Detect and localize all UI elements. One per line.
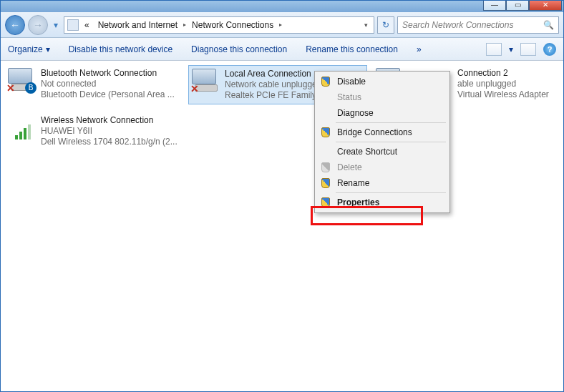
search-input[interactable]: Search Network Connections 🔍 <box>397 16 559 34</box>
ctx-label: Rename <box>337 178 369 188</box>
connection-status: Network cable unplugged <box>225 79 321 90</box>
chevron-right-icon[interactable]: ▸ <box>183 21 186 28</box>
location-icon <box>67 19 79 31</box>
connection-item-bluetooth[interactable]: ✕ B Bluetooth Network Connection Not con… <box>5 65 184 103</box>
breadcrumb-item[interactable]: Network Connections <box>189 19 276 31</box>
connection-title: Bluetooth Network Connection <box>41 68 175 79</box>
ctx-label: Status <box>337 92 361 102</box>
breadcrumb-item[interactable]: Network and Internet <box>95 19 180 31</box>
connection-status: able unplugged <box>457 79 549 89</box>
ctx-status: Status <box>317 89 447 105</box>
disconnected-icon: ✕ <box>6 84 16 94</box>
ctx-delete: Delete <box>317 160 447 175</box>
rename-connection-button[interactable]: Rename this connection <box>306 44 398 54</box>
ctx-label: Disable <box>337 77 366 87</box>
connection-title: Local Area Connection <box>225 69 321 79</box>
disconnected-icon: ✕ <box>190 84 200 94</box>
help-button[interactable]: ? <box>543 43 556 56</box>
refresh-button[interactable]: ↻ <box>377 16 394 34</box>
ctx-label: Properties <box>337 197 379 207</box>
ctx-diagnose[interactable]: Diagnose <box>317 105 447 121</box>
ctx-label: Delete <box>337 162 362 172</box>
connection-device: Realtek PCIe FE Family <box>225 90 321 101</box>
menu-separator <box>336 122 446 123</box>
breadcrumb-root[interactable]: « <box>82 19 92 31</box>
minimize-button[interactable]: — <box>483 1 506 11</box>
adapter-icon: ✕ B <box>8 68 37 97</box>
command-bar: Organize ▾ Disable this network device D… <box>1 38 563 61</box>
ctx-bridge[interactable]: Bridge Connections <box>317 124 447 140</box>
ctx-disable[interactable]: Disable <box>317 74 447 89</box>
search-placeholder: Search Network Connections <box>402 20 513 30</box>
shield-icon <box>321 162 330 172</box>
chevron-down-icon[interactable]: ▾ <box>509 44 513 54</box>
ctx-create-shortcut[interactable]: Create Shortcut <box>317 144 447 160</box>
view-options-button[interactable] <box>486 43 502 56</box>
connection-item-wifi[interactable]: Wireless Network Connection HUAWEI Y6II … <box>5 112 184 150</box>
ctx-rename[interactable]: Rename <box>317 175 447 191</box>
address-bar[interactable]: « Network and Internet ▸ Network Connect… <box>64 16 374 34</box>
close-button[interactable]: ✕ <box>529 1 562 11</box>
connection-device: Virtual Wireless Adapter <box>457 89 549 100</box>
nav-bar: ← → ▾ « Network and Internet ▸ Network C… <box>1 12 563 38</box>
forward-button: → <box>28 15 48 35</box>
organize-label: Organize <box>8 44 43 54</box>
ctx-label: Create Shortcut <box>337 147 397 157</box>
shield-icon <box>321 197 330 207</box>
disable-device-button[interactable]: Disable this network device <box>69 44 172 54</box>
shield-icon <box>321 127 330 137</box>
adapter-icon <box>8 115 37 144</box>
ctx-properties[interactable]: Properties <box>317 195 447 210</box>
connection-device: Dell Wireless 1704 802.11b/g/n (2... <box>41 137 178 147</box>
diagnose-connection-button[interactable]: Diagnose this connection <box>191 44 287 54</box>
chevron-down-icon: ▾ <box>46 44 50 54</box>
toolbar-overflow[interactable]: » <box>417 44 422 54</box>
back-button[interactable]: ← <box>5 15 25 35</box>
context-menu: Disable Status Diagnose Bridge Connectio… <box>314 71 450 213</box>
bluetooth-icon: B <box>25 82 37 94</box>
shield-icon <box>321 77 330 87</box>
shield-icon <box>321 178 330 188</box>
connection-title: Connection 2 <box>457 68 549 79</box>
history-dropdown[interactable]: ▾ <box>51 15 61 35</box>
content-area: ✕ B Bluetooth Network Connection Not con… <box>1 61 563 391</box>
ctx-label: Diagnose <box>337 108 374 118</box>
preview-pane-button[interactable] <box>520 43 536 56</box>
connection-title: Wireless Network Connection <box>41 115 178 126</box>
search-icon: 🔍 <box>543 20 554 30</box>
connection-status: Not connected <box>41 79 175 89</box>
organize-menu[interactable]: Organize ▾ <box>8 44 50 54</box>
window-titlebar: — ▭ ✕ <box>1 1 563 12</box>
wifi-signal-icon <box>15 122 31 139</box>
connection-device: Bluetooth Device (Personal Area ... <box>41 89 175 100</box>
chevron-right-icon[interactable]: ▸ <box>279 21 282 28</box>
menu-separator <box>336 142 446 142</box>
menu-separator <box>336 192 446 193</box>
connection-status: HUAWEI Y6II <box>41 126 178 137</box>
address-dropdown[interactable]: ▾ <box>361 21 371 29</box>
ctx-label: Bridge Connections <box>337 127 412 137</box>
maximize-button[interactable]: ▭ <box>506 1 529 11</box>
adapter-icon: ✕ <box>192 69 220 97</box>
